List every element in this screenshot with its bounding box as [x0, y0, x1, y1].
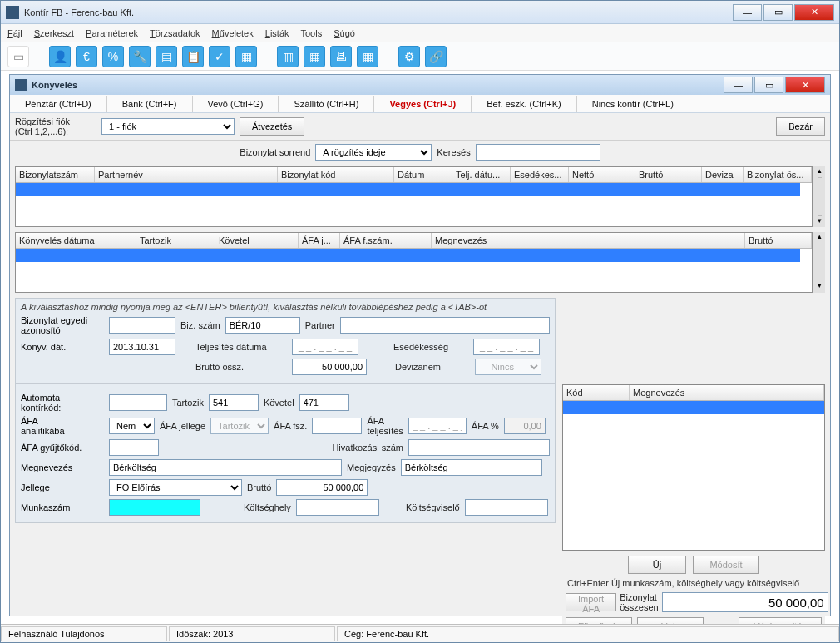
- kovetel-input[interactable]: [299, 394, 349, 411]
- search-input[interactable]: [476, 144, 600, 161]
- outer-titlebar: Kontír FB - Ferenc-bau Kft. — ▭ ✕: [1, 1, 839, 24]
- tab-supplier[interactable]: Szállító (Ctrl+H): [294, 99, 358, 109]
- inner-window-title: Könyvelés: [32, 80, 724, 90]
- afa-gyujto-input: [109, 439, 159, 456]
- toolbar-user-icon[interactable]: 👤: [49, 46, 71, 67]
- biz-szam-input[interactable]: [225, 317, 300, 334]
- biz-azon-input[interactable]: [109, 317, 175, 334]
- grid2-body[interactable]: [16, 249, 812, 292]
- toolbar-grid-icon[interactable]: ▦: [357, 46, 378, 67]
- brutto2-label: Bruttó: [247, 482, 271, 492]
- minimize-button[interactable]: —: [733, 4, 762, 21]
- biz-ossz-label: Bizonylat összesen: [620, 592, 658, 612]
- koltsegviselo-input[interactable]: [465, 499, 548, 516]
- import-afa-button[interactable]: Import ÁFA: [566, 593, 616, 611]
- status-bar: Felhasználó Tulajdonos Időszak: 2013 Cég…: [1, 624, 839, 642]
- koltsegviselo-label: Költségviselő: [406, 502, 460, 512]
- kovetel-label: Követel: [264, 398, 294, 408]
- afa-telj-input: [408, 418, 467, 434]
- megj-input[interactable]: [401, 459, 542, 476]
- lookup-new-button[interactable]: Új: [628, 556, 686, 574]
- sort-select[interactable]: A rögzítés ideje: [315, 144, 432, 161]
- konyv-dat-input[interactable]: [109, 339, 175, 355]
- grid2-selected-row[interactable]: [16, 249, 800, 262]
- toolbar-link-icon[interactable]: 🔗: [425, 46, 447, 67]
- jellege-select[interactable]: FO Előírás: [109, 479, 242, 496]
- grid1-scrollbar[interactable]: ▴▾: [813, 166, 825, 227]
- menu-ops[interactable]: Műveletek: [212, 28, 254, 38]
- lookup-selected-row[interactable]: [563, 401, 824, 414]
- toolbar-chart-icon[interactable]: ▥: [277, 46, 299, 67]
- maximize-button[interactable]: ▭: [763, 4, 793, 21]
- toolbar-check-icon[interactable]: ✓: [209, 46, 230, 67]
- toolbar-percent-icon[interactable]: %: [102, 46, 124, 67]
- koltseghely-input[interactable]: [296, 499, 379, 516]
- status-period: Időszak: 2013: [169, 626, 335, 641]
- toolbar-wrench-icon[interactable]: 🔧: [129, 46, 151, 67]
- brutto-input[interactable]: [292, 359, 367, 375]
- afa-anal-select[interactable]: Nem: [109, 418, 155, 434]
- tab-customer[interactable]: Vevő (Ctrl+G): [208, 99, 264, 109]
- menu-edit[interactable]: Szerkeszt: [34, 28, 74, 38]
- munkaszam-input[interactable]: [109, 499, 200, 516]
- partner-input[interactable]: [340, 317, 550, 334]
- esed-input[interactable]: [473, 339, 540, 355]
- status-company: Cég: Ferenc-bau Kft.: [337, 626, 839, 641]
- deviza-select: -- Nincs --: [475, 359, 541, 375]
- menu-tools[interactable]: Tools: [301, 28, 323, 38]
- toolbar-euro-icon[interactable]: €: [76, 46, 97, 67]
- main-toolbar: ▭ 👤 € % 🔧 ▤ 📋 ✓ ▦ ▥ ▦ 🖶 ▦ ⚙ 🔗: [1, 42, 839, 71]
- tab-mixed[interactable]: Vegyes (Ctrl+J): [389, 99, 456, 109]
- hiv-label: Hivatkozási szám: [332, 443, 403, 453]
- deviza-label: Devizanem: [395, 362, 470, 372]
- lookup-hint: Ctrl+Enter Új munkaszám, költséghely vag…: [562, 576, 825, 591]
- ledger-tabs: Pénztár (Ctrl+D) Bank (Ctrl+F) Vevő (Ctr…: [10, 95, 830, 113]
- lookup-edit-button[interactable]: Módosít: [693, 556, 759, 574]
- tab-nocontir[interactable]: Nincs kontír (Ctrl+L): [592, 99, 674, 109]
- hiv-input[interactable]: [408, 439, 550, 456]
- grid1-header: Bizonylatszám Partnernév Bizonylat kód D…: [16, 167, 812, 183]
- menu-lists[interactable]: Listák: [265, 28, 289, 38]
- afa-fsz-label: ÁFA fsz.: [274, 421, 307, 431]
- telj-input[interactable]: [292, 339, 358, 355]
- grid2-scrollbar[interactable]: ▴▾: [813, 232, 825, 293]
- sort-label: Bizonylat sorrend: [240, 147, 310, 157]
- close-inner-button[interactable]: Bezár: [776, 117, 825, 136]
- megn-input[interactable]: [109, 459, 342, 476]
- toolbar-blank-icon[interactable]: ▭: [7, 46, 29, 67]
- menu-params[interactable]: Paraméterek: [86, 28, 138, 38]
- menu-help[interactable]: Súgó: [334, 28, 355, 38]
- partner-label: Partner: [305, 320, 335, 330]
- tab-bank[interactable]: Bank (Ctrl+F): [122, 99, 177, 109]
- brutto2-input[interactable]: [276, 479, 368, 496]
- close-button[interactable]: ✕: [794, 4, 834, 21]
- fixfolder-select[interactable]: 1 - fiók: [101, 118, 235, 135]
- transfer-button[interactable]: Átvezetés: [240, 117, 304, 136]
- grid1-selected-row[interactable]: [16, 183, 800, 196]
- inner-close-button[interactable]: ✕: [785, 77, 825, 93]
- toolbar-table-icon[interactable]: ▦: [304, 46, 325, 67]
- toolbar-gear-icon[interactable]: ⚙: [398, 46, 420, 67]
- biz-ossz-value: [662, 592, 828, 612]
- toolbar-calc-icon[interactable]: ▦: [235, 46, 257, 67]
- esed-label: Esedékesség: [393, 342, 468, 352]
- munkaszam-label: Munkaszám: [21, 502, 104, 512]
- status-user: Felhasználó Tulajdonos: [1, 626, 167, 641]
- inner-maximize-button[interactable]: ▭: [754, 77, 783, 93]
- inner-minimize-button[interactable]: —: [724, 77, 753, 93]
- tartozik-input[interactable]: [209, 394, 259, 411]
- toolbar-clipboard-icon[interactable]: 📋: [182, 46, 204, 67]
- tab-asset[interactable]: Bef. eszk. (Ctrl+K): [487, 99, 561, 109]
- megj-label: Megjegyzés: [347, 462, 396, 472]
- afa-jel-label: ÁFA jellege: [160, 421, 205, 431]
- konyv-dat-label: Könyv. dát.: [21, 342, 104, 352]
- menu-file[interactable]: FFájlájl: [7, 28, 22, 38]
- menu-master[interactable]: Törzsadatok: [150, 28, 200, 38]
- grid1-body[interactable]: [16, 183, 812, 226]
- auto-input[interactable]: [109, 394, 167, 411]
- koltseghely-label: Költséghely: [244, 502, 291, 512]
- auto-label: Automata kontírkód:: [21, 393, 104, 413]
- toolbar-print-icon[interactable]: 🖶: [330, 46, 352, 67]
- tab-cash[interactable]: Pénztár (Ctrl+D): [25, 99, 91, 109]
- toolbar-doc-icon[interactable]: ▤: [156, 46, 177, 67]
